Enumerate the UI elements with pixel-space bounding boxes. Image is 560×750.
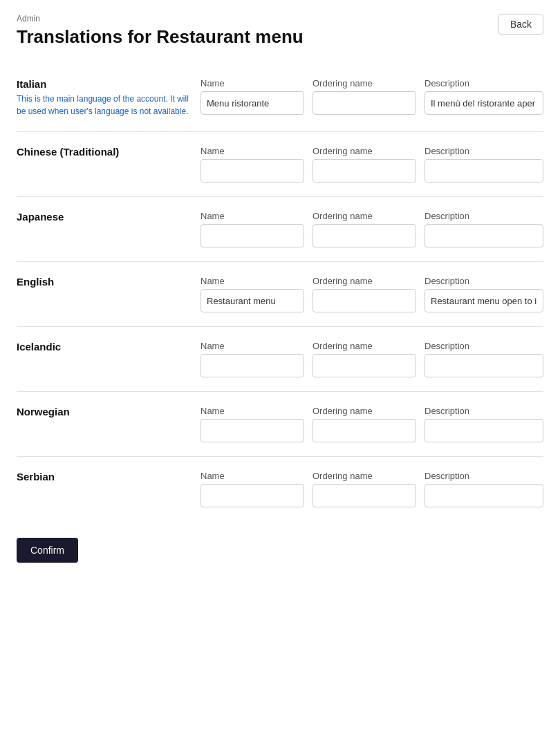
ordering-input[interactable]: [312, 484, 416, 507]
name-field-group: Name: [200, 211, 304, 247]
name-label: Name: [200, 146, 304, 156]
desc-field-group: Description: [424, 471, 543, 507]
ordering-label: Ordering name: [312, 341, 416, 351]
name-input[interactable]: [200, 224, 304, 247]
language-section-icelandic: Icelandic Name Ordering name Description: [17, 327, 543, 392]
desc-input[interactable]: [424, 91, 543, 115]
desc-label: Description: [424, 341, 543, 351]
name-input[interactable]: [200, 419, 304, 442]
ordering-field-group: Ordering name: [312, 406, 416, 442]
desc-input[interactable]: [424, 159, 543, 182]
name-label: Name: [200, 341, 304, 351]
language-name: Norwegian: [17, 406, 189, 418]
name-input[interactable]: [200, 484, 304, 507]
desc-field-group: Description: [424, 406, 543, 442]
ordering-field-group: Ordering name: [312, 146, 416, 182]
ordering-label: Ordering name: [312, 211, 416, 221]
desc-label: Description: [424, 276, 543, 286]
ordering-input[interactable]: [312, 354, 416, 377]
language-name: Serbian: [17, 471, 189, 482]
name-field-group: Name: [200, 471, 304, 507]
language-row: English Name Ordering name Description: [17, 276, 543, 312]
desc-field-group: Description: [424, 276, 543, 312]
name-label: Name: [200, 78, 304, 88]
name-field-group: Name: [200, 78, 304, 115]
desc-label: Description: [424, 406, 543, 416]
fields-group: Name Ordering name Description: [200, 341, 543, 377]
ordering-field-group: Ordering name: [312, 211, 416, 247]
name-input[interactable]: [200, 289, 304, 312]
language-info: Icelandic: [17, 341, 189, 355]
ordering-input[interactable]: [312, 91, 416, 115]
name-field-group: Name: [200, 276, 304, 312]
desc-input[interactable]: [424, 224, 543, 247]
language-row: Icelandic Name Ordering name Description: [17, 341, 543, 377]
name-field-group: Name: [200, 146, 304, 182]
name-label: Name: [200, 471, 304, 481]
name-input[interactable]: [200, 354, 304, 377]
desc-label: Description: [424, 471, 543, 481]
desc-input[interactable]: [424, 354, 543, 377]
breadcrumb: Admin: [17, 14, 543, 24]
desc-label: Description: [424, 211, 543, 221]
name-input[interactable]: [200, 91, 304, 115]
language-name: English: [17, 276, 189, 288]
name-field-group: Name: [200, 406, 304, 442]
language-info: Norwegian: [17, 406, 189, 420]
ordering-input[interactable]: [312, 289, 416, 312]
ordering-label: Ordering name: [312, 146, 416, 156]
language-name: Japanese: [17, 211, 189, 223]
fields-group: Name Ordering name Description: [200, 276, 543, 312]
page-title: Translations for Restaurant menu: [17, 26, 543, 48]
language-row: Japanese Name Ordering name Description: [17, 211, 543, 247]
ordering-field-group: Ordering name: [312, 471, 416, 507]
ordering-input[interactable]: [312, 159, 416, 182]
language-note: This is the main language of the account…: [17, 93, 189, 118]
page-wrapper: Admin Translations for Restaurant menu B…: [0, 0, 560, 590]
language-name: Chinese (Traditional): [17, 146, 189, 158]
fields-group: Name Ordering name Description: [200, 406, 543, 442]
language-section-serbian: Serbian Name Ordering name Description: [17, 457, 543, 521]
name-label: Name: [200, 406, 304, 416]
ordering-field-group: Ordering name: [312, 276, 416, 312]
language-row: Serbian Name Ordering name Description: [17, 471, 543, 507]
language-name: Italian: [17, 78, 189, 90]
name-field-group: Name: [200, 341, 304, 377]
desc-label: Description: [424, 146, 543, 156]
back-button[interactable]: Back: [498, 14, 543, 35]
fields-group: Name Ordering name Description: [200, 78, 543, 115]
language-info: Serbian: [17, 471, 189, 485]
language-section-english: English Name Ordering name Description: [17, 262, 543, 327]
confirm-button[interactable]: Confirm: [17, 538, 78, 563]
ordering-label: Ordering name: [312, 406, 416, 416]
language-name: Icelandic: [17, 341, 189, 353]
language-info: Italian This is the main language of the…: [17, 78, 189, 118]
ordering-label: Ordering name: [312, 471, 416, 481]
language-row: Norwegian Name Ordering name Description: [17, 406, 543, 442]
fields-group: Name Ordering name Description: [200, 146, 543, 182]
fields-group: Name Ordering name Description: [200, 471, 543, 507]
ordering-field-group: Ordering name: [312, 341, 416, 377]
name-label: Name: [200, 211, 304, 221]
language-section-chinese-traditional: Chinese (Traditional) Name Ordering name…: [17, 132, 543, 197]
ordering-input[interactable]: [312, 419, 416, 442]
ordering-field-group: Ordering name: [312, 78, 416, 115]
language-section-japanese: Japanese Name Ordering name Description: [17, 197, 543, 262]
language-section-norwegian: Norwegian Name Ordering name Description: [17, 392, 543, 457]
desc-field-group: Description: [424, 341, 543, 377]
desc-input[interactable]: [424, 419, 543, 442]
desc-field-group: Description: [424, 78, 543, 115]
desc-field-group: Description: [424, 211, 543, 247]
ordering-label: Ordering name: [312, 276, 416, 286]
language-info: English: [17, 276, 189, 290]
desc-input[interactable]: [424, 289, 543, 312]
ordering-label: Ordering name: [312, 78, 416, 88]
language-row: Italian This is the main language of the…: [17, 78, 543, 118]
name-input[interactable]: [200, 159, 304, 182]
desc-input[interactable]: [424, 484, 543, 507]
language-info: Japanese: [17, 211, 189, 225]
fields-group: Name Ordering name Description: [200, 211, 543, 247]
name-label: Name: [200, 276, 304, 286]
language-info: Chinese (Traditional): [17, 146, 189, 160]
ordering-input[interactable]: [312, 224, 416, 247]
